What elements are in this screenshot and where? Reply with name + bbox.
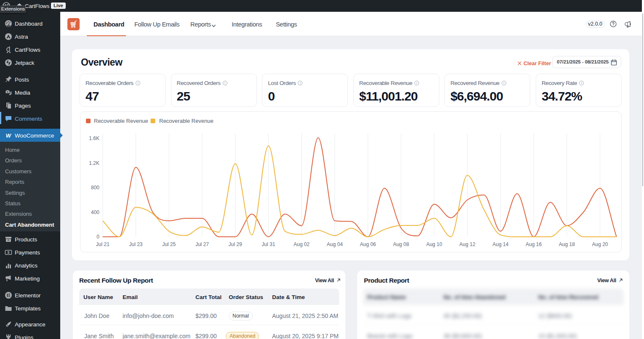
svg-text:$: $ xyxy=(7,250,9,254)
svg-text:W: W xyxy=(6,132,12,139)
